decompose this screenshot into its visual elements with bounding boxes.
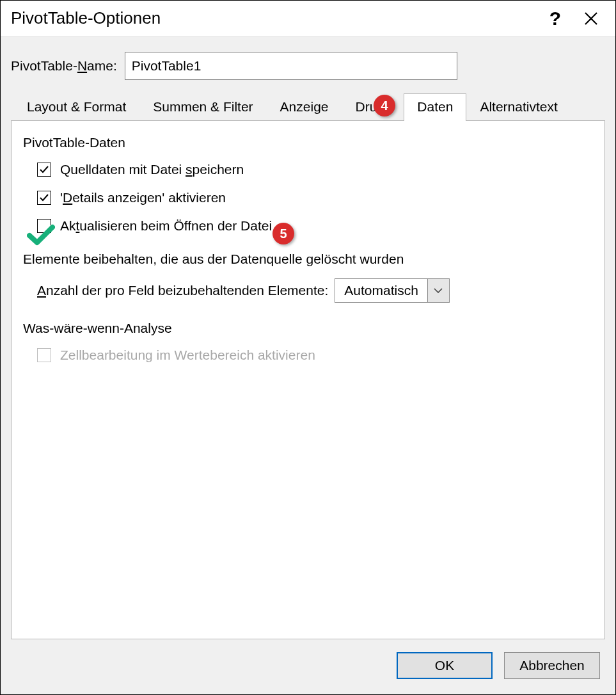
dialog-footer: OK Abbrechen <box>1 639 615 694</box>
section-elemente-beibehalten: Elemente beibehalten, die aus der Datenq… <box>23 252 593 267</box>
tab-panel-daten: PivotTable-Daten Quelldaten mit Datei sp… <box>11 120 605 639</box>
checkbox-label-aktualisieren: Aktualisieren beim Öffnen der Datei <box>60 218 272 234</box>
checkbox-row-quelldaten: Quelldaten mit Datei speichern <box>37 162 593 177</box>
checkbox-quelldaten-speichern[interactable] <box>37 163 51 177</box>
close-icon <box>584 12 598 26</box>
checkbox-row-zellbearbeitung: Zellbearbeitung im Wertebereich aktivier… <box>37 348 593 363</box>
close-button[interactable] <box>573 1 609 36</box>
ok-button[interactable]: OK <box>397 652 493 679</box>
dialog-title: PivotTable-Optionen <box>11 8 537 28</box>
checkmark-icon <box>39 164 49 175</box>
select-dropdown-button[interactable] <box>427 279 449 302</box>
titlebar: PivotTable-Optionen ? <box>1 1 615 36</box>
section-pivottable-daten: PivotTable-Daten <box>23 135 593 150</box>
tab-strip: Layout & Format Summen & Filter Anzeige … <box>1 93 615 120</box>
retain-items-label: Anzahl der pro Feld beizubehaltenden Ele… <box>37 283 328 298</box>
section-was-waere-wenn: Was-wäre-wenn-Analyse <box>23 321 593 336</box>
green-check-icon <box>27 224 55 246</box>
annotation-badge-4: 4 <box>374 95 395 116</box>
pivottable-name-label: PivotTable-Name: <box>11 58 117 74</box>
tab-alternativtext[interactable]: Alternativtext <box>466 93 571 121</box>
tab-summen-filter[interactable]: Summen & Filter <box>139 93 266 121</box>
retain-items-row: Anzahl der pro Feld beizubehaltenden Ele… <box>37 278 593 303</box>
checkbox-zellbearbeitung <box>37 348 51 362</box>
tab-daten[interactable]: Daten <box>404 93 466 121</box>
pivottable-options-dialog: PivotTable-Optionen ? PivotTable-Name: L… <box>0 0 616 695</box>
checkbox-row-aktualisieren: Aktualisieren beim Öffnen der Datei <box>37 218 593 234</box>
cancel-button[interactable]: Abbrechen <box>504 652 600 679</box>
tab-anzeige[interactable]: Anzeige <box>267 93 342 121</box>
checkbox-label-details: 'Details anzeigen' aktivieren <box>60 190 226 205</box>
retain-items-value: Automatisch <box>335 283 427 298</box>
checkmark-icon <box>39 193 49 203</box>
chevron-down-icon <box>434 288 443 293</box>
checkbox-label-zellbearbeitung: Zellbearbeitung im Wertebereich aktivier… <box>60 348 315 363</box>
annotation-badge-5: 5 <box>272 223 294 244</box>
name-row: PivotTable-Name: <box>1 36 615 93</box>
retain-items-select[interactable]: Automatisch <box>335 278 450 303</box>
checkbox-details-anzeigen[interactable] <box>37 191 51 205</box>
annotation-green-checkmark <box>27 224 55 249</box>
pivottable-name-input[interactable] <box>125 52 457 80</box>
checkbox-label-quelldaten: Quelldaten mit Datei speichern <box>60 162 244 177</box>
help-button[interactable]: ? <box>537 1 573 36</box>
checkbox-row-details: 'Details anzeigen' aktivieren <box>37 190 593 205</box>
tab-layout-format[interactable]: Layout & Format <box>13 93 139 121</box>
